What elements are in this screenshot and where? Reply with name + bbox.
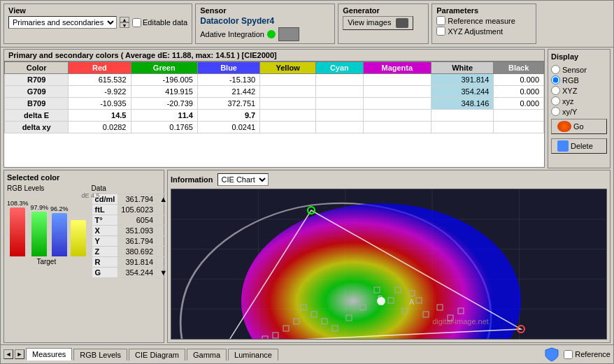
t-value: 6054	[118, 215, 157, 226]
xyz-adjustment-row: XYZ Adjustment	[436, 27, 531, 36]
reference-measure-row: Reference measure	[436, 16, 531, 25]
tab-measures[interactable]: Measures	[26, 348, 72, 361]
sensor-row: Adative Integration	[200, 27, 330, 41]
bottom-right-area: Reference	[544, 347, 611, 362]
col-color: Color	[5, 62, 69, 74]
reference-label: Reference	[575, 350, 611, 358]
row-b709-cyan	[316, 98, 363, 110]
tab-bar: ◄ ► Measures RGB Levels CIE Diagram Gamm…	[1, 344, 613, 363]
view-spinner[interactable]: ▲ ▼	[120, 17, 129, 28]
sensor-icon	[278, 27, 299, 41]
rgb-radio-item: RGB	[551, 75, 607, 85]
row-g709-white: 354.244	[431, 86, 494, 98]
xyy-radio-item: xy/Y	[551, 107, 607, 116]
delete-icon	[557, 140, 569, 152]
tab-cie-label: CIE Diagram	[135, 351, 179, 359]
row-deltaxy-red: 0.0282	[69, 122, 131, 133]
blue-bar-pct: 96.2%	[50, 205, 69, 212]
tab-luminance[interactable]: Luminance	[228, 349, 278, 361]
editable-checkbox[interactable]	[132, 18, 141, 27]
row-b709-magenta	[363, 98, 431, 110]
info-title-label: Information	[171, 175, 213, 184]
table-row: delta E 14.5 11.4 9.7	[5, 110, 544, 122]
row-g709-red: -9.922	[69, 86, 131, 98]
green-bar-container: 97.9%	[31, 204, 49, 256]
rgb-radio[interactable]	[551, 75, 560, 85]
view-dropdown[interactable]: Primaries and secondaries All colors Sel…	[8, 16, 117, 29]
sensor-panel: Sensor Datacolor Spyder4 Adative Integra…	[195, 3, 335, 44]
display-panel: Display Sensor RGB XYZ xyz	[548, 49, 611, 168]
data-row-y: Y 361.794	[92, 236, 171, 247]
row-deltae-black	[494, 110, 544, 122]
cie-chart-svg: A B digital-image.net	[171, 189, 606, 339]
data-row-ftl: ftL 105.6023	[92, 205, 171, 215]
col-blue: Blue	[197, 62, 259, 74]
view-row: Primaries and secondaries All colors Sel…	[8, 16, 187, 29]
xyz-adjustment-label: XYZ Adjustment	[448, 27, 503, 36]
row-deltaxy-white	[431, 122, 494, 133]
tab-gamma-label: Gamma	[193, 351, 220, 359]
tab-rgb-levels[interactable]: RGB Levels	[73, 349, 127, 361]
yellow-bar	[71, 220, 86, 256]
r-label: R	[92, 257, 118, 268]
data-row-r: R 391.814	[92, 257, 171, 268]
sensor-radio-label: Sensor	[562, 66, 587, 74]
t-label: T°	[92, 215, 118, 226]
generator-panel: Generator View images	[338, 3, 429, 44]
tab-nav-right[interactable]: ►	[15, 349, 24, 359]
cie-chart-area[interactable]: A B digital-image.net	[171, 189, 607, 340]
go-label: Go	[573, 122, 584, 131]
primary-title: Primary and secondary colors ( Average d…	[4, 50, 544, 61]
generator-row: View images	[343, 16, 424, 30]
table-row: B709 -10.935 -20.739 372.751 348.146 0.0…	[5, 98, 544, 110]
tab-cie-diagram[interactable]: CIE Diagram	[129, 349, 185, 361]
y-label: Y	[92, 236, 118, 247]
sensor-radio[interactable]	[551, 65, 560, 74]
spin-down[interactable]: ▼	[120, 22, 129, 28]
xyy-radio[interactable]	[551, 107, 560, 116]
row-b709-green: -20.739	[131, 98, 197, 110]
tab-nav-left[interactable]: ◄	[3, 349, 13, 359]
watermark-text: digital-image.net	[432, 317, 489, 326]
reference-measure-label: Reference measure	[448, 17, 515, 25]
delete-label: Delete	[571, 142, 593, 150]
xyz-adjustment-checkbox[interactable]	[436, 27, 445, 36]
blue-bar-container: 96.2%	[50, 205, 69, 256]
row-r709-blue: -15.130	[197, 74, 259, 86]
ftl-value: 105.6023	[118, 205, 157, 215]
spin-up[interactable]: ▲	[120, 17, 129, 22]
xyz-radio[interactable]	[551, 86, 560, 95]
view-images-label: View images	[348, 18, 391, 27]
go-button[interactable]: Go	[551, 119, 607, 134]
col-red: Red	[69, 62, 131, 74]
g-label: G	[92, 268, 118, 278]
row-b709-label: B709	[5, 98, 69, 110]
shield-icon	[544, 347, 559, 362]
data-section: Data cd/ml 361.794 ▲ ftL 105.6023	[92, 184, 171, 278]
z-label: Z	[92, 247, 118, 257]
view-images-button[interactable]: View images	[343, 16, 413, 30]
main-container: View Primaries and secondaries All color…	[0, 0, 614, 364]
svg-text:A: A	[409, 298, 415, 306]
data-row-g: G 354.244 ▼	[92, 268, 171, 278]
svg-point-37	[377, 297, 385, 305]
display-radio-group: Sensor RGB XYZ xyz xy/Y	[551, 65, 607, 116]
row-g709-magenta	[363, 86, 431, 98]
r-value: 391.814	[118, 257, 157, 268]
reference-measure-checkbox[interactable]	[436, 16, 445, 25]
xyz-lower-radio-item: xyz	[551, 96, 607, 105]
delete-button[interactable]: Delete	[551, 138, 607, 154]
table-wrapper[interactable]: Color Red Green Blue Yellow Cyan Magenta…	[4, 61, 544, 133]
sensor-title: Sensor	[200, 6, 330, 15]
row-r709-label: R709	[5, 74, 69, 86]
camera-icon	[396, 18, 408, 28]
row-deltaxy-yellow	[260, 122, 316, 133]
primary-table: Color Red Green Blue Yellow Cyan Magenta…	[4, 61, 544, 133]
tab-gamma[interactable]: Gamma	[187, 349, 227, 361]
red-bar-container: 108.3%	[7, 200, 29, 256]
xyz-lower-radio[interactable]	[551, 96, 560, 105]
data-table: cd/ml 361.794 ▲ ftL 105.6023 T°	[92, 194, 171, 278]
reference-checkbox[interactable]	[564, 350, 573, 359]
selected-color-content: RGB Levels dE 4.5 108.3% 97.9%	[7, 184, 161, 278]
info-dropdown[interactable]: CIE Chart Gamut Delta E	[217, 173, 269, 186]
